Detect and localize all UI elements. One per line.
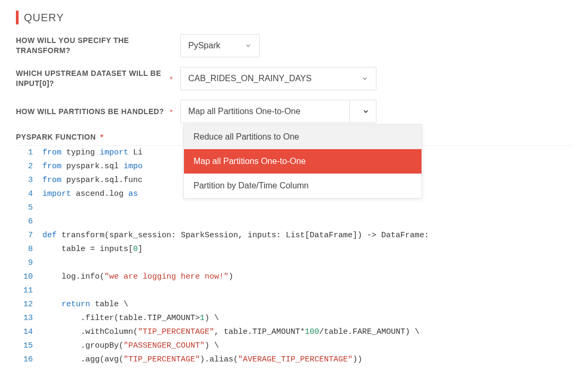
select-transform-spec-value: PySpark	[188, 41, 239, 50]
select-upstream-input-value: CAB_RIDES_ON_RAINY_DAYS	[188, 74, 356, 83]
line-number: 8	[16, 243, 33, 256]
line-number: 11	[16, 284, 33, 298]
select-transform-spec[interactable]: PySpark	[180, 34, 260, 57]
label-upstream-input: WHICH UPSTREAM DATASET WILL BE INPUT[0]?	[16, 68, 170, 89]
select-partition-handling-value: Map all Partitions One-to-One	[188, 107, 349, 116]
line-number: 14	[16, 325, 33, 339]
code-line[interactable]	[42, 201, 572, 215]
chevron-down-icon	[244, 42, 252, 49]
row-transform-spec: HOW WILL YOU SPECIFY THE TRANSFORM? PySp…	[16, 34, 572, 57]
line-number: 1	[16, 146, 33, 160]
line-number: 5	[16, 201, 33, 215]
line-number: 13	[16, 312, 33, 325]
code-line[interactable]: return table \	[42, 298, 572, 312]
required-asterisk: *	[170, 107, 175, 116]
row-upstream-input: WHICH UPSTREAM DATASET WILL BE INPUT[0]?…	[16, 67, 572, 90]
label-transform-spec: HOW WILL YOU SPECIFY THE TRANSFORM?	[16, 36, 170, 56]
code-line[interactable]	[42, 284, 572, 298]
code-gutter: 12345678910111213141516	[16, 146, 42, 367]
label-pyspark-function-text: PYSPARK FUNCTION	[16, 133, 96, 141]
line-number: 10	[16, 270, 33, 284]
dropdown-option-map-one-to-one[interactable]: Map all Partitions One-to-One	[184, 149, 422, 174]
required-asterisk: *	[100, 133, 103, 141]
section-header: QUERY	[16, 11, 572, 24]
dropdown-option-partition-datetime[interactable]: Partition by Date/Time Column	[184, 174, 422, 198]
chevron-down-icon	[361, 75, 368, 82]
code-line[interactable]: .withColumn("TIP_PERCENTAGE", table.TIP_…	[42, 325, 572, 339]
line-number: 6	[16, 215, 33, 229]
label-partition-handling: HOW WILL PARTITIONS BE HANDLED?	[16, 107, 170, 117]
code-line[interactable]	[42, 256, 572, 270]
required-asterisk: *	[170, 74, 175, 83]
section-title-text: QUERY	[24, 12, 64, 24]
code-line[interactable]: .groupBy("PASSENGER_COUNT") \	[42, 339, 572, 353]
code-line[interactable]: log.info("we are logging here now!")	[42, 270, 572, 284]
line-number: 2	[16, 160, 33, 174]
select-partition-handling[interactable]: Map all Partitions One-to-One	[180, 100, 376, 123]
row-partition-handling: HOW WILL PARTITIONS BE HANDLED? * Map al…	[16, 100, 572, 123]
line-number: 16	[16, 353, 33, 367]
chevron-down-icon	[362, 108, 370, 115]
line-number: 3	[16, 174, 33, 187]
dropdown-partition-handling: Reduce all Partitions to One Map all Par…	[183, 124, 422, 198]
select-upstream-input[interactable]: CAB_RIDES_ON_RAINY_DAYS	[180, 67, 376, 90]
code-line[interactable]: .agg(avg("TIP_PERCENTAGE").alias("AVERAG…	[42, 353, 572, 367]
code-line[interactable]	[42, 215, 572, 229]
line-number: 7	[16, 229, 33, 243]
select-partition-toggle[interactable]	[349, 100, 376, 123]
section-accent-bar	[16, 11, 19, 24]
line-number: 9	[16, 256, 33, 270]
code-line[interactable]: def transform(spark_session: SparkSessio…	[42, 229, 572, 243]
dropdown-option-reduce[interactable]: Reduce all Partitions to One	[184, 125, 422, 149]
line-number: 4	[16, 187, 33, 201]
code-line[interactable]: .filter(table.TIP_AMOUNT>1) \	[42, 312, 572, 325]
line-number: 15	[16, 339, 33, 353]
code-line[interactable]: table = inputs[0]	[42, 243, 572, 256]
line-number: 12	[16, 298, 33, 312]
